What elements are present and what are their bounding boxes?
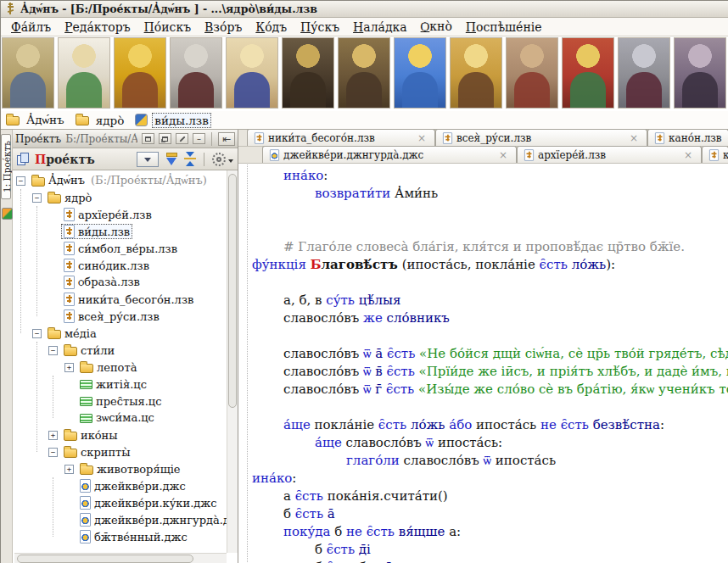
hide-panel-button[interactable]: ⇤ [218, 132, 235, 146]
code-line[interactable]: ина́ко: [238, 470, 728, 488]
tree-row[interactable]: +лепота̀ [13, 359, 227, 376]
pantocrator-gold-icon[interactable] [114, 37, 166, 109]
pochaev-icon[interactable] [506, 37, 558, 109]
tree-row[interactable]: −А̓дѡ́нъ(Б:/Прое́кты/А̓дѡ́нъ) [13, 172, 227, 189]
code-line[interactable] [238, 399, 728, 416]
christ-enthroned-icon[interactable] [562, 37, 614, 109]
menu-item-help[interactable]: Поспѣше́ніе [459, 20, 549, 35]
tree-vertical-scrollbar[interactable] [227, 170, 238, 553]
expand-icon[interactable]: + [64, 465, 74, 474]
menu-item-window[interactable]: Ѻкно̀ [414, 19, 459, 35]
code-line[interactable]: фу́нкція Благовѣ́стъ (ипоста́сь, покла́н… [238, 256, 728, 274]
pin-button[interactable] [176, 133, 188, 144]
tree-row[interactable]: ники́та_бесого́н.лзв [13, 291, 227, 308]
tree-row[interactable]: −сти́ли [13, 342, 227, 359]
editor-tab[interactable]: всея̀_ру́си.лзв× [435, 129, 647, 146]
close-icon[interactable]: × [497, 149, 509, 161]
code-line[interactable] [238, 220, 728, 238]
code-line[interactable]: славосло́въ ѿ г̄ є̑сть «Изы́де же сло́во… [238, 381, 728, 399]
dock-button[interactable] [159, 133, 171, 144]
christ-purple-icon[interactable] [674, 37, 726, 109]
collapse-icon[interactable]: − [16, 176, 25, 186]
breadcrumb-item[interactable]: ядро̀ [76, 113, 127, 128]
code-line[interactable]: поку́да б не є̑сть вя́щше а: [238, 523, 728, 541]
close-icon[interactable]: × [682, 149, 694, 161]
collapse-all-icon[interactable] [184, 152, 196, 166]
plugin-icon[interactable] [2, 208, 13, 220]
code-line[interactable]: а є̑сть пока́нія.счита́ти() [238, 488, 728, 505]
code-line[interactable]: а́ще покла́ніе є̑сть ло́жь а́бо ипоста́с… [238, 416, 728, 434]
code-line[interactable]: а́ще славосло́въ ѿ ипоста́сь: [238, 434, 728, 452]
close-icon[interactable]: × [628, 132, 640, 144]
tree-row[interactable]: архїере́й.лзв [13, 206, 227, 223]
gear-icon[interactable] [212, 153, 226, 166]
code-line[interactable]: б є̑сть д̄і [238, 541, 728, 559]
breadcrumb-item[interactable]: ви́ды.лзв [135, 113, 211, 128]
collapse-icon[interactable]: − [48, 346, 58, 355]
code-line[interactable]: славосло́въ же сло́вникъ [238, 309, 728, 327]
tree-row[interactable]: джейкве́ри.джс [13, 477, 227, 494]
expand-icon[interactable]: + [64, 363, 74, 372]
christ-silver-arch-icon[interactable] [618, 37, 670, 109]
tree-row[interactable]: житія̀.цс [13, 376, 227, 393]
editor-tab[interactable]: ники́та_бесого́н.лзв× [247, 129, 435, 146]
code-line[interactable]: а, б, в су́ть цѣ́лыя [238, 292, 728, 309]
code-line[interactable]: б є̑сть а̄ [238, 505, 728, 523]
code-line[interactable] [238, 327, 728, 345]
restore-button[interactable] [142, 133, 154, 144]
scrollbar-thumb[interactable] [228, 174, 237, 408]
tree-row[interactable]: сино́дик.лзв [13, 257, 227, 274]
trinity-icon[interactable] [2, 37, 54, 109]
code-line[interactable]: славосло́въ ѿ в̄ є̑сть «Прїи́де же іӣсъ,… [238, 363, 728, 381]
tree-horizontal-scrollbar[interactable] [14, 553, 227, 563]
menu-item-editor[interactable]: Реда́кторъ [58, 20, 137, 35]
holy-face-icon[interactable] [58, 37, 110, 109]
editor-tab[interactable]: кади́ло.лзв [702, 146, 728, 163]
menu-item-code[interactable]: Ко́дъ [249, 20, 294, 35]
chevron-down-icon[interactable] [228, 159, 233, 165]
hodegetria-silver-icon[interactable] [170, 37, 222, 109]
editor-tab[interactable]: джейкве́ри.джнгурда̀.джс× [262, 146, 517, 163]
code-line[interactable] [238, 274, 728, 292]
breadcrumb-item[interactable]: А̓дѡ́нъ [6, 112, 67, 128]
tree-row[interactable]: −скрипты̀ [13, 443, 227, 460]
editor-tab[interactable]: архїере́й.лзв× [517, 146, 702, 163]
code-line[interactable]: ина́ко: [238, 167, 728, 185]
menu-item-run[interactable]: Пу́скъ [294, 20, 346, 35]
scrollbar-thumb[interactable] [17, 555, 193, 563]
tree-row[interactable]: зѡси́ма.цс [13, 410, 227, 426]
close-icon[interactable]: × [416, 132, 428, 144]
pantocrator-book-icon[interactable] [450, 37, 502, 109]
code-line[interactable]: возврати́ти А̓ми́нь [238, 185, 728, 203]
tree-row[interactable]: джейкве́ри.ку́ки.джс [13, 494, 227, 511]
tree-row[interactable]: всея̀_ру́си.лзв [13, 308, 227, 325]
menu-item-tools[interactable]: Нала́дка [346, 20, 414, 35]
collapse-icon[interactable]: − [32, 193, 42, 203]
code-line[interactable]: # Глаго́ле словеса̀ бла́гія, кля́тся и п… [238, 238, 728, 256]
minimize-button[interactable]: – [193, 133, 205, 144]
tree-row[interactable]: −ме́діа [13, 325, 227, 342]
tree-row[interactable]: −ядро̀ [13, 189, 227, 206]
praying-virgin-icon[interactable] [226, 37, 278, 109]
tree-row[interactable]: бж̄тве́нный.джс [13, 528, 227, 545]
tree-row[interactable]: прес̑тыя.цс [13, 393, 227, 410]
code-line[interactable]: б є̑сть б + а̄ [238, 559, 728, 563]
expand-icon[interactable]: + [48, 431, 58, 440]
code-line[interactable]: славосло́въ ѿ а̄ є̑сть «Не бо́йся дщѝ сі… [238, 345, 728, 363]
project-side-tab[interactable]: 1: Прое́ктъ [1, 134, 11, 199]
christ-dark-icon[interactable] [282, 37, 334, 109]
tree-row[interactable]: си́мбол_ве́ры.лзв [13, 240, 227, 257]
tree-row[interactable]: +ико́ны [13, 426, 227, 443]
theotokos-blue-icon[interactable] [394, 37, 446, 109]
code-area[interactable]: ина́ко:возврати́ти А̓ми́нь# Глаго́ле сло… [238, 164, 728, 563]
tree-row[interactable]: джейкве́ри.джнгурда̀.джс [13, 511, 227, 528]
menu-item-file[interactable]: Фа́йлъ [4, 20, 58, 35]
sync-down-icon[interactable] [165, 152, 178, 166]
code-line[interactable]: глаго́ли славосло́въ ѿ ипоста́сь [238, 452, 728, 470]
christ-gold-halo-icon[interactable] [338, 37, 390, 109]
menu-item-search[interactable]: По́искъ [137, 20, 198, 35]
tree-row[interactable]: ви́ды.лзв [13, 223, 227, 240]
tree-row[interactable]: ѻбраза̀.лзв [13, 274, 227, 291]
project-dropdown[interactable] [137, 152, 159, 167]
collapse-icon[interactable]: − [32, 329, 42, 338]
